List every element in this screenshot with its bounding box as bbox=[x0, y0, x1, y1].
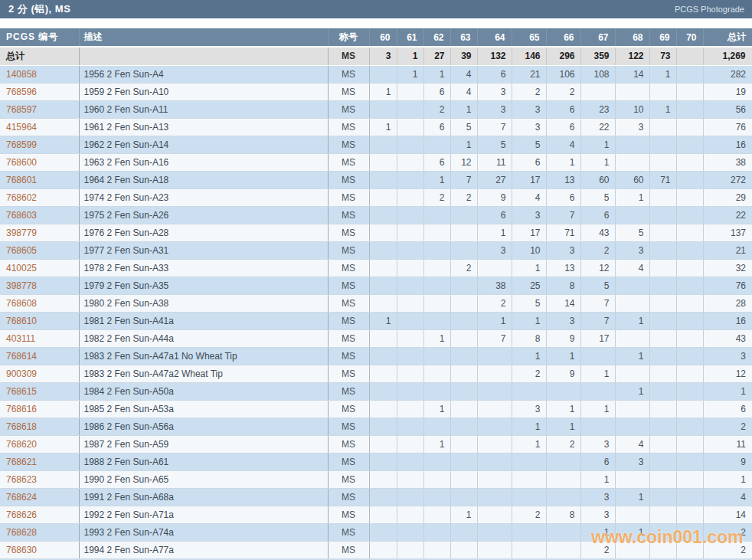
pcgs-number-link[interactable]: 768623 bbox=[0, 470, 79, 488]
grade-count-66 bbox=[546, 488, 580, 506]
pcgs-number-link[interactable]: 768628 bbox=[0, 523, 79, 541]
grade-count-67 bbox=[580, 347, 615, 365]
grade-count-63: 2 bbox=[450, 259, 477, 277]
pcgs-number-link[interactable]: 768602 bbox=[0, 188, 79, 206]
pcgs-number-link[interactable]: 768599 bbox=[0, 136, 79, 153]
coin-description: 1961 2 Fen Sun-A13 bbox=[79, 118, 328, 136]
row-total-cell: 137 bbox=[703, 224, 752, 241]
grade-count-61 bbox=[397, 312, 423, 329]
grade-count-69 bbox=[649, 153, 676, 171]
pcgs-photograde-link[interactable]: PCGS Photograde bbox=[675, 5, 744, 14]
pcgs-number-link[interactable]: 768608 bbox=[0, 294, 79, 312]
grade-count-64 bbox=[477, 488, 512, 506]
grade-count-62 bbox=[423, 312, 450, 329]
pcgs-number-link[interactable]: 140858 bbox=[0, 65, 79, 83]
pcgs-number-link[interactable]: 768615 bbox=[0, 382, 79, 400]
grade-count-68 bbox=[615, 329, 649, 347]
grade-count-62 bbox=[423, 347, 450, 365]
grade-count-65: 6 bbox=[512, 153, 546, 171]
grade-count-67: 12 bbox=[580, 259, 615, 277]
pcgs-number-link[interactable]: 768610 bbox=[0, 312, 79, 329]
table-row: 768605 1977 2 Fen Sun-A31 MS 3 10 3 2 3 … bbox=[0, 241, 752, 259]
grade-count-68 bbox=[615, 506, 649, 523]
table-row: 768596 1959 2 Fen Sun-A10 MS 1 6 4 3 2 2… bbox=[0, 83, 752, 100]
grade-count-61 bbox=[397, 294, 423, 312]
pcgs-number-link[interactable]: 768630 bbox=[0, 541, 79, 558]
grade-count-64: 7 bbox=[477, 329, 512, 347]
pcgs-number-link[interactable]: 768601 bbox=[0, 171, 79, 188]
grade-count-63 bbox=[450, 224, 477, 241]
grade-count-65: 21 bbox=[512, 65, 546, 83]
row-total-cell: 2 bbox=[703, 418, 752, 435]
coin-description: 1987 2 Fen Sun-A59 bbox=[79, 435, 328, 453]
pcgs-number-link[interactable]: 768603 bbox=[0, 206, 79, 224]
grade-count-67: 1 bbox=[580, 400, 615, 418]
pcgs-number-link[interactable]: 410025 bbox=[0, 259, 79, 277]
table-row: 768618 1986 2 Fen Sun-A56a MS 1 1 2 bbox=[0, 418, 752, 435]
pcgs-number-link[interactable]: 900309 bbox=[0, 365, 79, 382]
pcgs-number-link[interactable]: 768624 bbox=[0, 488, 79, 506]
grade-count-60 bbox=[369, 382, 397, 400]
grade-count-67: 1 bbox=[580, 153, 615, 171]
header-grade-60: 60 bbox=[369, 28, 397, 47]
pcgs-number-link[interactable]: 768614 bbox=[0, 347, 79, 365]
grade-count-62: 1 bbox=[423, 65, 450, 83]
grade-count-68: 1 bbox=[615, 523, 649, 541]
row-total-cell: 21 bbox=[703, 241, 752, 259]
grade-count-62: 6 bbox=[423, 153, 450, 171]
grade-count-65: 17 bbox=[512, 224, 546, 241]
designation-cell: MS bbox=[328, 277, 369, 294]
grade-count-64: 11 bbox=[477, 153, 512, 171]
pcgs-number-link[interactable]: 415964 bbox=[0, 118, 79, 136]
totals-grade-68: 122 bbox=[615, 47, 649, 65]
grade-count-63: 1 bbox=[450, 136, 477, 153]
pcgs-number-link[interactable]: 403111 bbox=[0, 329, 79, 347]
pcgs-number-link[interactable]: 768626 bbox=[0, 506, 79, 523]
pcgs-number-link[interactable]: 768618 bbox=[0, 418, 79, 435]
row-total-cell: 1 bbox=[703, 470, 752, 488]
grade-count-63: 5 bbox=[450, 118, 477, 136]
row-total-cell: 14 bbox=[703, 506, 752, 523]
grade-count-69 bbox=[649, 418, 676, 435]
table-row: 768616 1985 2 Fen Sun-A53a MS 1 3 1 1 6 bbox=[0, 400, 752, 418]
totals-grade-67: 359 bbox=[580, 47, 615, 65]
grade-count-60 bbox=[369, 347, 397, 365]
pcgs-number-link[interactable]: 768616 bbox=[0, 400, 79, 418]
grade-count-62: 1 bbox=[423, 435, 450, 453]
designation-cell: MS bbox=[328, 83, 369, 100]
table-row: 768624 1991 2 Fen Sun-A68a MS 3 1 4 bbox=[0, 488, 752, 506]
grade-count-63 bbox=[450, 365, 477, 382]
pcgs-number-link[interactable]: 768621 bbox=[0, 453, 79, 470]
grade-count-63 bbox=[450, 523, 477, 541]
grade-count-69 bbox=[649, 224, 676, 241]
grade-count-63 bbox=[450, 382, 477, 400]
totals-grade-63: 39 bbox=[450, 47, 477, 65]
row-total-cell: 9 bbox=[703, 453, 752, 470]
grade-count-66: 13 bbox=[546, 171, 580, 188]
grade-count-64: 7 bbox=[477, 118, 512, 136]
pcgs-number-link[interactable]: 398778 bbox=[0, 277, 79, 294]
pcgs-number-link[interactable]: 398779 bbox=[0, 224, 79, 241]
header-total: 总计 bbox=[703, 28, 752, 47]
grade-count-69 bbox=[649, 488, 676, 506]
grade-count-66 bbox=[546, 523, 580, 541]
grade-count-63 bbox=[450, 541, 477, 558]
grade-count-70 bbox=[676, 329, 703, 347]
grade-count-64 bbox=[477, 400, 512, 418]
pcgs-number-link[interactable]: 768597 bbox=[0, 100, 79, 118]
pcgs-number-link[interactable]: 768600 bbox=[0, 153, 79, 171]
table-row: 768610 1981 2 Fen Sun-A41a MS 1 1 1 3 7 … bbox=[0, 312, 752, 329]
grade-count-69 bbox=[649, 506, 676, 523]
grade-count-61 bbox=[397, 541, 423, 558]
grade-count-60 bbox=[369, 365, 397, 382]
grade-count-70 bbox=[676, 435, 703, 453]
grade-count-67: 17 bbox=[580, 329, 615, 347]
grade-count-63 bbox=[450, 435, 477, 453]
grade-count-66 bbox=[546, 382, 580, 400]
table-row: 768628 1993 2 Fen Sun-A74a MS 1 1 2 bbox=[0, 523, 752, 541]
pcgs-number-link[interactable]: 768596 bbox=[0, 83, 79, 100]
pcgs-number-link[interactable]: 768620 bbox=[0, 435, 79, 453]
grade-count-63 bbox=[450, 418, 477, 435]
grade-count-70 bbox=[676, 382, 703, 400]
pcgs-number-link[interactable]: 768605 bbox=[0, 241, 79, 259]
